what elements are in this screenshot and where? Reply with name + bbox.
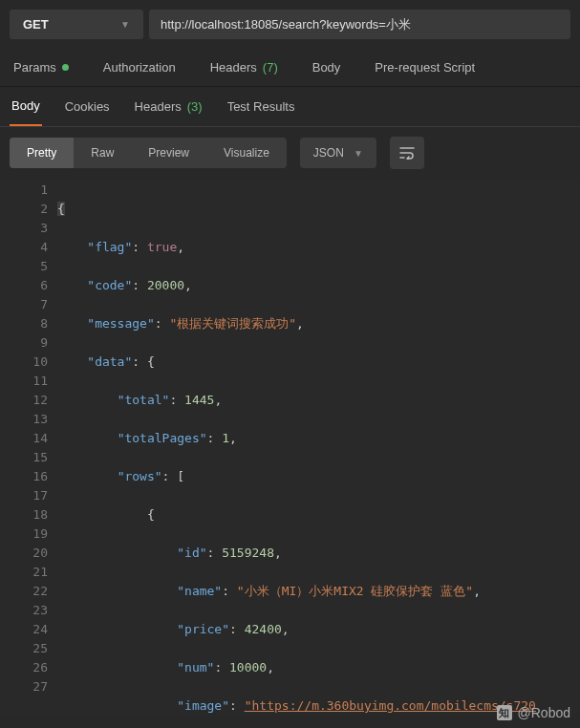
response-tab-testresults[interactable]: Test Results: [226, 87, 297, 126]
wrap-lines-button[interactable]: [390, 137, 424, 169]
tab-body[interactable]: Body: [309, 49, 345, 86]
view-visualize[interactable]: Visualize: [206, 138, 287, 168]
response-tab-cookies-label: Cookies: [65, 99, 110, 114]
view-raw[interactable]: Raw: [74, 138, 131, 168]
view-toolbar: Pretty Raw Preview Visualize JSON ▼: [0, 127, 580, 179]
response-tab-cookies[interactable]: Cookies: [63, 87, 112, 126]
code-content[interactable]: { "flag": true, "code": 20000, "message"…: [57, 179, 580, 714]
watermark: 知 @Robod: [497, 705, 570, 720]
view-mode-group: Pretty Raw Preview Visualize: [10, 138, 287, 168]
format-select-value: JSON: [313, 146, 344, 160]
tab-body-label: Body: [312, 60, 341, 75]
line-gutter: 1234567891011121314151617181920212223242…: [0, 179, 57, 714]
chevron-down-icon: ▼: [354, 148, 363, 159]
wrap-icon: [399, 146, 415, 160]
tab-authorization[interactable]: Authorization: [99, 49, 180, 86]
response-tab-body-label: Body: [11, 98, 40, 113]
tab-headers-count: (7): [263, 60, 278, 75]
zhihu-icon: 知: [497, 705, 512, 720]
response-tabs: Body Cookies Headers (3) Test Results: [0, 87, 580, 127]
url-input[interactable]: [149, 10, 570, 39]
request-tabs: Params Authorization Headers (7) Body Pr…: [0, 49, 580, 87]
response-tab-headers-label: Headers: [135, 99, 182, 114]
chevron-down-icon: ▼: [120, 19, 130, 30]
http-method-select[interactable]: GET ▼: [10, 10, 143, 39]
active-dot-icon: [62, 64, 69, 71]
tab-authorization-label: Authorization: [103, 60, 176, 75]
response-tab-body[interactable]: Body: [10, 87, 42, 126]
tab-headers[interactable]: Headers (7): [206, 49, 282, 86]
response-tab-headers[interactable]: Headers (3): [133, 87, 204, 126]
tab-params[interactable]: Params: [10, 49, 73, 86]
response-tab-testresults-label: Test Results: [227, 99, 295, 114]
response-body: 1234567891011121314151617181920212223242…: [0, 179, 580, 714]
tab-params-label: Params: [13, 60, 56, 75]
request-bar: GET ▼: [0, 0, 580, 49]
view-pretty[interactable]: Pretty: [10, 138, 74, 168]
response-tab-headers-count: (3): [187, 99, 203, 114]
tab-prerequest[interactable]: Pre-request Script: [371, 49, 479, 86]
http-method-value: GET: [23, 17, 49, 32]
tab-headers-label: Headers: [210, 60, 257, 75]
tab-prerequest-label: Pre-request Script: [375, 60, 475, 75]
format-select[interactable]: JSON ▼: [300, 138, 376, 168]
watermark-text: @Robod: [518, 705, 570, 720]
view-preview[interactable]: Preview: [131, 138, 206, 168]
